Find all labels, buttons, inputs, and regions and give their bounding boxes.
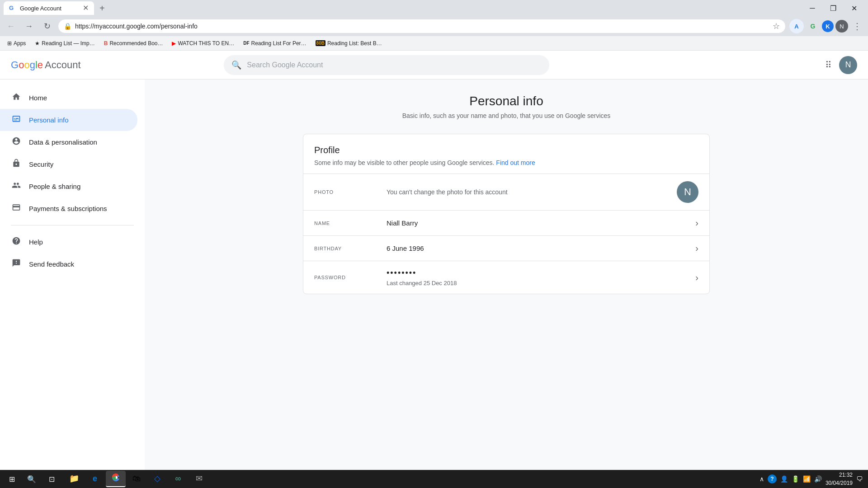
- search-input[interactable]: [247, 61, 542, 69]
- name-row[interactable]: NAME Niall Barry ›: [303, 210, 709, 235]
- date-display: 30/04/2019: [826, 479, 853, 487]
- df-icon: DF: [243, 41, 249, 46]
- ga-header: Google Account 🔍 ⠿ N: [0, 51, 868, 80]
- sidebar-item-help[interactable]: Help: [0, 231, 137, 253]
- file-explorer-icon: 📁: [69, 474, 79, 483]
- help-tray-icon[interactable]: ?: [768, 474, 777, 483]
- profile-icon-toolbar[interactable]: N: [835, 20, 848, 33]
- taskbar-dropbox[interactable]: ◇: [147, 471, 167, 487]
- taskbar-edge[interactable]: e: [85, 471, 105, 487]
- payments-icon: [11, 203, 22, 214]
- name-row-arrow: ›: [695, 218, 698, 228]
- sidebar-item-people-sharing[interactable]: People & sharing: [0, 175, 137, 197]
- new-tab-button[interactable]: +: [96, 1, 108, 15]
- browser-tab[interactable]: G Google Account ✕: [4, 1, 94, 15]
- account-label: Account: [45, 59, 81, 71]
- bookmark-apps[interactable]: ⊞ Apps: [4, 38, 29, 48]
- tab-favicon: G: [9, 5, 16, 12]
- taskbar-right: ∧ ? 👤 🔋 📶 🔊 21:32 30/04/2019 🗨: [760, 471, 866, 487]
- personal-info-icon: [11, 114, 22, 126]
- bookmarks-bar: ⊞ Apps ★ Reading List — Imp… B Recommend…: [0, 36, 868, 51]
- minimize-button[interactable]: ─: [802, 1, 823, 15]
- extension-icon-2[interactable]: G: [806, 19, 820, 33]
- bookmark-star-icon[interactable]: ☆: [773, 21, 780, 31]
- bookmark-recommended[interactable]: B Recommended Boo…: [100, 38, 167, 48]
- sidebar-item-data-personalisation[interactable]: Data & personalisation: [0, 131, 137, 153]
- profile-card-subtitle: Some info may be visible to other people…: [303, 159, 709, 174]
- bookmark-reading-per[interactable]: DF Reading List For Per…: [240, 38, 310, 48]
- taskbar-chrome[interactable]: [106, 471, 126, 487]
- profile-avatar[interactable]: N: [839, 56, 857, 74]
- main-content: Personal info Basic info, such as your n…: [145, 80, 868, 470]
- security-icon: [11, 159, 22, 170]
- birthday-row-arrow: ›: [695, 243, 698, 253]
- taskbar-clock[interactable]: 21:32 30/04/2019: [826, 471, 853, 487]
- taskbar-infinity[interactable]: ∞: [168, 471, 188, 487]
- sound-tray-icon[interactable]: 🔊: [814, 475, 822, 483]
- bookmark-youtube[interactable]: ▶ WATCH THIS TO EN…: [168, 38, 238, 48]
- sidebar-help-label: Help: [29, 238, 43, 246]
- sidebar-people-label: People & sharing: [29, 183, 80, 190]
- google-g-letter: Google: [11, 59, 43, 71]
- profile-card: Profile Some info may be visible to othe…: [303, 134, 710, 294]
- back-button[interactable]: ←: [4, 19, 18, 33]
- task-view-button[interactable]: ⊡: [42, 471, 61, 487]
- dropbox-icon: ◇: [154, 474, 160, 483]
- taskbar-file-explorer[interactable]: 📁: [64, 471, 84, 487]
- page-title: Personal info: [163, 94, 850, 108]
- birthday-row[interactable]: BIRTHDAY 6 June 1996 ›: [303, 235, 709, 261]
- toolbar-icons: A G K N ⋮: [789, 19, 864, 33]
- search-icon: 🔍: [231, 60, 241, 70]
- sidebar-personal-info-label: Personal info: [29, 116, 69, 124]
- birthday-value: 6 June 1996: [387, 244, 695, 252]
- address-bar[interactable]: 🔒 https://myaccount.google.com/personal-…: [58, 19, 786, 33]
- profile-photo-avatar: N: [677, 181, 698, 203]
- sidebar-item-home[interactable]: Home: [0, 87, 137, 109]
- battery-tray-icon[interactable]: 🔋: [792, 475, 799, 483]
- photo-row[interactable]: PHOTO You can't change the photo for thi…: [303, 174, 709, 210]
- apps-grid-icon[interactable]: ⠿: [825, 60, 832, 70]
- sidebar-item-personal-info[interactable]: Personal info: [0, 109, 137, 131]
- refresh-button[interactable]: ↻: [40, 19, 54, 33]
- bookmark-apps-label: Apps: [14, 40, 26, 47]
- title-bar: G Google Account ✕ + ─ ❐ ✕: [0, 0, 868, 16]
- people-tray-icon[interactable]: 👤: [780, 475, 788, 483]
- tray-icons: ∧ ? 👤 🔋 📶 🔊: [760, 474, 822, 483]
- find-out-more-link[interactable]: Find out more: [496, 159, 535, 166]
- home-label: Home: [29, 94, 47, 102]
- sidebar-divider: [11, 225, 134, 225]
- sidebar-item-send-feedback[interactable]: Send feedback: [0, 253, 137, 275]
- tab-close-button[interactable]: ✕: [83, 5, 89, 12]
- taskbar: ⊞ 🔍 ⊡ 📁 e 🛍 ◇ ∞ ✉ ∧ ? 👤: [0, 470, 868, 488]
- start-button[interactable]: ⊞: [2, 471, 22, 487]
- taskbar-store[interactable]: 🛍: [127, 471, 146, 487]
- edge-icon: e: [93, 474, 97, 483]
- profile-subtitle-text: Some info may be visible to other people…: [314, 159, 494, 166]
- bookmark-best-label: Reading List: Best B…: [327, 40, 382, 47]
- password-value: •••••••• Last changed 25 Dec 2018: [387, 268, 695, 286]
- maximize-button[interactable]: ❐: [823, 1, 844, 15]
- more-options-icon[interactable]: ⋮: [850, 19, 864, 33]
- taskbar-mail[interactable]: ✉: [189, 471, 209, 487]
- taskbar-search-button[interactable]: 🔍: [23, 471, 41, 487]
- time-display: 21:32: [826, 471, 853, 479]
- sidebar-payments-label: Payments & subscriptions: [29, 205, 107, 212]
- close-button[interactable]: ✕: [844, 1, 864, 15]
- bookmark-reading-list-label: Reading List — Imp…: [42, 40, 94, 47]
- sidebar-item-payments[interactable]: Payments & subscriptions: [0, 197, 137, 220]
- google-account-logo[interactable]: Google Account: [11, 59, 81, 71]
- notification-icon[interactable]: 🗨: [856, 475, 863, 483]
- bookmark-reading-list[interactable]: ★ Reading List — Imp…: [31, 38, 98, 48]
- extension-icon-k[interactable]: K: [822, 20, 834, 32]
- sidebar-item-security[interactable]: Security: [0, 153, 137, 175]
- show-hidden-icon[interactable]: ∧: [760, 475, 764, 483]
- lock-icon: 🔒: [64, 23, 71, 30]
- wifi-tray-icon[interactable]: 📶: [803, 475, 811, 483]
- birthday-label: BIRTHDAY: [314, 246, 387, 251]
- bookmark-best[interactable]: 80B Reading List: Best B…: [312, 38, 386, 48]
- forward-button[interactable]: →: [22, 19, 36, 33]
- apps-grid-icon: ⊞: [7, 40, 12, 47]
- name-label: NAME: [314, 221, 387, 226]
- password-row[interactable]: PASSWORD •••••••• Last changed 25 Dec 20…: [303, 261, 709, 294]
- extension-icon-1[interactable]: A: [789, 19, 804, 33]
